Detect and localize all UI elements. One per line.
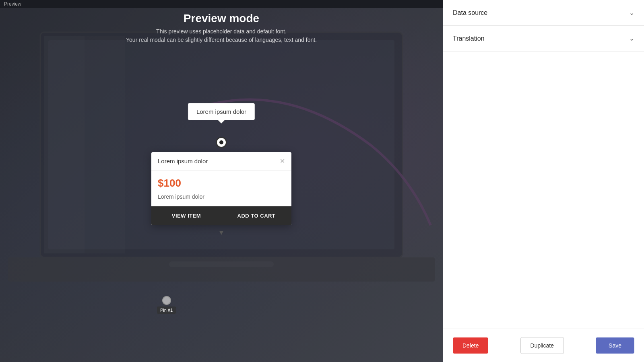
modal-description: Lorem ipsum dolor xyxy=(158,193,285,200)
sidebar-footer: Delete Duplicate Save xyxy=(443,329,644,362)
pin-secondary-label: Pin #1 xyxy=(157,306,176,314)
tooltip-bubble: Lorem ipsum dolor xyxy=(188,103,255,120)
preview-bar: Preview xyxy=(0,0,443,8)
pin-dot[interactable] xyxy=(216,137,227,148)
data-source-header[interactable]: Data source ⌄ xyxy=(443,0,644,25)
modal-body: $100 Lorem ipsum dolor xyxy=(151,171,291,206)
tooltip-popup: Lorem ipsum dolor xyxy=(188,103,255,120)
sidebar-content: Data source ⌄ Translation ⌄ xyxy=(443,0,644,362)
translation-section: Translation ⌄ xyxy=(443,26,644,51)
tooltip-text: Lorem ipsum dolor xyxy=(196,108,246,115)
pin-secondary-dot xyxy=(162,296,171,305)
translation-header[interactable]: Translation ⌄ xyxy=(443,26,644,51)
preview-subtitle-line1: This preview uses placeholder data and d… xyxy=(0,27,443,36)
sidebar: Data source ⌄ Translation ⌄ Delete Dupli… xyxy=(443,0,644,362)
translation-title: Translation xyxy=(453,35,485,42)
data-source-title: Data source xyxy=(453,9,487,16)
duplicate-button[interactable]: Duplicate xyxy=(520,337,564,354)
modal-price: $100 xyxy=(158,177,285,189)
modal-header: Lorem ipsum dolor ✕ xyxy=(151,152,291,171)
translation-chevron-icon: ⌄ xyxy=(629,35,634,42)
add-to-cart-button[interactable]: ADD TO CART xyxy=(221,206,291,225)
modal-footer: VIEW ITEM ADD TO CART xyxy=(151,206,291,225)
pin-dot-inner xyxy=(219,140,223,144)
preview-area: Preview Preview mode This preview uses p… xyxy=(0,0,443,362)
data-source-chevron-icon: ⌄ xyxy=(629,9,634,16)
preview-bar-label: Preview xyxy=(4,1,21,7)
preview-header: Preview mode This preview uses placehold… xyxy=(0,8,443,48)
save-button[interactable]: Save xyxy=(596,337,634,354)
pin-secondary[interactable]: Pin #1 xyxy=(157,296,176,314)
preview-subtitle-line2: Your real modal can be slightly differen… xyxy=(0,36,443,44)
preview-title: Preview mode xyxy=(0,12,443,25)
delete-button[interactable]: Delete xyxy=(453,337,488,354)
modal-close-button[interactable]: ✕ xyxy=(280,158,285,165)
modal-card: Lorem ipsum dolor ✕ $100 Lorem ipsum dol… xyxy=(151,152,291,225)
modal-down-arrow: ▼ xyxy=(218,229,225,237)
view-item-button[interactable]: VIEW ITEM xyxy=(151,206,221,225)
data-source-section: Data source ⌄ xyxy=(443,0,644,26)
modal-title: Lorem ipsum dolor xyxy=(158,158,208,165)
